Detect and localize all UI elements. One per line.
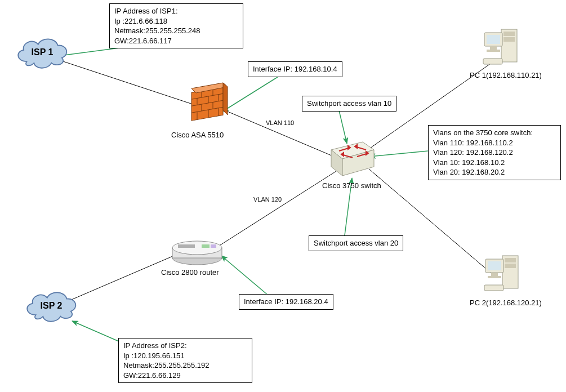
svg-rect-33: [202, 244, 210, 248]
svg-line-5: [369, 169, 494, 276]
pc2-icon: [483, 252, 523, 299]
vlan20-access: Switchport access vlan 20: [314, 239, 398, 247]
firewall-label: Cisco ASA 5510: [171, 131, 224, 139]
isp2-ip: Ip :120.195.66.151: [123, 351, 247, 361]
svg-rect-34: [211, 244, 216, 248]
vlan10-access: Switchport access vlan 10: [307, 99, 391, 108]
isp2-label: ISP 2: [20, 286, 82, 326]
svg-rect-52: [487, 50, 500, 52]
svg-rect-32: [178, 244, 195, 248]
vlans-title: Vlans on the 3750 core switch:: [433, 128, 556, 138]
router-iface: Interface IP: 192.168.20.4: [244, 297, 328, 306]
isp1-info-box: IP Address of ISP1: Ip :221.6.66.118 Net…: [109, 3, 243, 48]
vlan10: Vlan 10: 192.168.10.2: [433, 158, 556, 168]
svg-line-11: [221, 256, 269, 296]
isp2-netmask: Netmask:255.255.255.192: [123, 360, 247, 371]
svg-rect-55: [505, 258, 516, 262]
vlan10-access-box: Switchport access vlan 10: [302, 96, 396, 112]
svg-rect-51: [490, 46, 497, 50]
svg-rect-56: [505, 264, 516, 268]
asa-iface-box: Interface IP: 192.168.10.4: [248, 61, 342, 77]
link-vlan120: VLAN 120: [253, 196, 282, 203]
vlan20-access-box: Switchport access vlan 20: [309, 235, 403, 251]
router-iface-box: Interface IP: 192.168.20.4: [239, 294, 333, 310]
isp1-cloud: ISP 1: [11, 33, 73, 72]
router-icon: [169, 231, 225, 273]
svg-marker-28: [223, 83, 228, 115]
asa-iface: Interface IP: 192.168.10.4: [253, 65, 337, 73]
svg-rect-48: [503, 37, 515, 42]
pc1-label: PC 1(192.168.110.21): [470, 71, 542, 79]
vlan120: Vlan 120: 192.168.120.2: [433, 148, 556, 158]
svg-line-0: [56, 59, 196, 105]
svg-rect-50: [487, 35, 500, 44]
svg-line-7: [222, 72, 286, 112]
isp1-title: IP Address of ISP1:: [114, 6, 238, 16]
svg-rect-53: [483, 59, 502, 64]
vlan20: Vlan 20: 192.168.20.2: [433, 167, 556, 177]
svg-rect-61: [484, 285, 503, 291]
isp1-ip: Ip :221.6.66.118: [114, 16, 238, 26]
switch-icon: [328, 136, 377, 184]
pc2-label: PC 2(192.168.120.21): [470, 299, 542, 307]
svg-line-3: [219, 170, 338, 246]
isp1-gw: GW:221.6.66.117: [114, 36, 238, 46]
isp1-netmask: Netmask:255.255.255.248: [114, 26, 238, 36]
isp2-cloud: ISP 2: [20, 286, 82, 326]
isp2-gw: GW:221.6.66.129: [123, 371, 247, 381]
svg-line-2: [68, 253, 179, 301]
svg-line-1: [224, 110, 334, 157]
svg-rect-58: [488, 261, 501, 270]
isp1-label: ISP 1: [11, 33, 73, 72]
vlan110: Vlan 110: 192.168.110.2: [433, 138, 556, 148]
isp2-title: IP Address of ISP2:: [123, 341, 247, 351]
connection-lines: [0, 0, 566, 392]
svg-rect-60: [488, 276, 501, 278]
link-vlan110: VLAN 110: [266, 119, 294, 126]
pc1-icon: [482, 26, 522, 72]
switch-label: Cisco 3750 switch: [322, 181, 381, 190]
isp2-info-box: IP Address of ISP2: Ip :120.195.66.151 N…: [118, 338, 252, 383]
svg-rect-59: [491, 273, 498, 276]
svg-line-9: [369, 151, 428, 157]
firewall-icon: [186, 78, 231, 131]
svg-rect-47: [503, 32, 515, 36]
router-label: Cisco 2800 router: [161, 268, 219, 277]
switch-vlans-box: Vlans on the 3750 core switch: Vlan 110:…: [428, 125, 561, 180]
